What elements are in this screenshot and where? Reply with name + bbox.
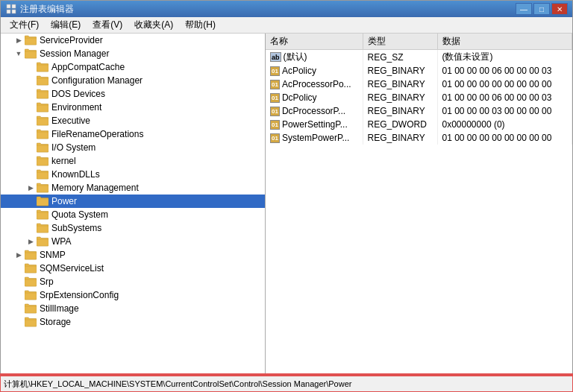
tree-item-snmp[interactable]: ▶ SNMP [1,248,265,262]
tree-item-file-rename[interactable]: FileRenameOperations [1,127,265,141]
expand-icon[interactable]: ▶ [13,249,25,261]
tree-item-srp[interactable]: Srp [1,275,265,288]
svg-rect-2 [7,10,10,13]
folder-icon [37,116,48,126]
table-row[interactable]: 01PowerSettingP... REG_DWORD 0x00000000 … [266,118,572,131]
registry-values-panel[interactable]: 名称 类型 数据 ab(默认) REG_SZ (数值未设置) 01AcPolic… [266,34,572,375]
table-row[interactable]: 01SystemPowerP... REG_BINARY 01 00 00 00… [266,131,572,145]
table-row[interactable]: 01AcPolicy REG_BINARY 01 00 00 00 06 00 … [266,64,572,78]
folder-icon [25,276,37,287]
tree-item-config-manager[interactable]: Configuration Manager [1,74,265,87]
col-data[interactable]: 数据 [437,34,572,50]
folder-icon [25,263,37,274]
tree-item-power[interactable]: Power [1,195,265,208]
folder-icon [37,129,48,139]
reg-data: 01 00 00 00 06 00 00 00 03 [437,64,572,78]
tree-item-io-system[interactable]: I/O System [1,141,265,154]
folder-icon [37,236,48,247]
col-type[interactable]: 类型 [363,34,437,50]
tree-item-session-manager[interactable]: ▼ Session Manager [1,47,265,60]
reg-binary-icon: 01 [270,107,280,116]
tree-panel[interactable]: ▶ ServiceProvider▼ Session Manager AppCo… [1,34,266,375]
reg-name: 01DcPolicy [266,91,363,104]
table-row[interactable]: ab(默认) REG_SZ (数值未设置) [266,50,572,65]
tree-label: AppCompatCache [51,62,125,72]
window-title: 注册表编辑器 [20,3,516,16]
expand-icon[interactable]: ▶ [13,34,25,46]
registry-table: 名称 类型 数据 ab(默认) REG_SZ (数值未设置) 01AcPolic… [266,34,572,145]
folder-icon [37,223,48,233]
tree-item-sqmservicelist[interactable]: SQMServiceList [1,262,265,275]
reg-name: ab(默认) [266,50,363,65]
reg-binary-icon: 01 [270,80,280,89]
no-expand [25,88,37,100]
menu-favorites[interactable]: 收藏夹(A) [128,17,179,33]
tree-item-dos-devices[interactable]: DOS Devices [1,87,265,101]
menu-file[interactable]: 文件(F) [4,17,45,33]
tree-label: KnownDLLs [51,169,100,180]
folder-icon [25,48,37,59]
expand-icon[interactable]: ▶ [25,235,37,247]
maximize-button[interactable]: □ [533,3,550,15]
tree-label: Configuration Manager [51,75,143,86]
table-row[interactable]: 01AcProcessorPo... REG_BINARY 01 00 00 0… [266,78,572,91]
minimize-button[interactable]: — [516,3,532,15]
folder-icon [37,62,48,72]
no-expand [25,128,37,140]
tree-label: Session Manager [40,48,109,59]
reg-type: REG_BINARY [363,78,437,91]
reg-data: 01 00 00 00 00 00 00 00 00 [437,78,572,91]
reg-name: 01PowerSettingP... [266,118,363,131]
reg-data: 01 00 00 00 06 00 00 00 03 [437,91,572,104]
tree-item-serviceprovider[interactable]: ▶ ServiceProvider [1,34,265,47]
tree-label: I/O System [51,142,96,153]
tree-item-stillimage[interactable]: StillImage [1,302,265,315]
col-name[interactable]: 名称 [266,34,363,50]
folder-icon [37,196,48,206]
tree-label: Storage [40,317,71,327]
tree-item-kernel[interactable]: kernel [1,154,265,168]
expand-icon[interactable]: ▶ [25,182,37,194]
reg-binary-icon: 01 [270,120,280,130]
no-expand [13,303,25,314]
tree-label: DOS Devices [51,89,105,99]
tree-item-wpa[interactable]: ▶ WPA [1,235,265,248]
window-controls: — □ ✕ [516,3,568,15]
no-expand [25,142,37,154]
reg-data: 01 00 00 00 00 00 00 00 00 [437,131,572,145]
table-row[interactable]: 01DcProcessorP... REG_BINARY 01 00 00 00… [266,104,572,118]
table-row[interactable]: 01DcPolicy REG_BINARY 01 00 00 00 06 00 … [266,91,572,104]
folder-icon [37,89,48,99]
registry-path: 计算机\HKEY_LOCAL_MACHINE\SYSTEM\CurrentCon… [4,379,351,390]
title-bar: 注册表编辑器 — □ ✕ [1,1,572,17]
menu-edit[interactable]: 编辑(E) [45,17,87,33]
status-bar: 计算机\HKEY_LOCAL_MACHINE\SYSTEM\CurrentCon… [1,375,572,391]
tree-item-srpextensionconfig[interactable]: SrpExtensionConfig [1,288,265,302]
close-button[interactable]: ✕ [551,3,568,15]
reg-type: REG_BINARY [363,64,437,78]
tree-item-executive[interactable]: Executive [1,114,265,127]
collapse-icon[interactable]: ▼ [13,48,25,60]
no-expand [13,316,25,328]
tree-item-memory-mgmt[interactable]: ▶ Memory Management [1,181,265,195]
menu-help[interactable]: 帮助(H) [179,17,222,33]
tree-item-environment[interactable]: Environment [1,101,265,114]
tree-item-subsystems[interactable]: SubSystems [1,221,265,235]
tree-item-known-dlls[interactable]: KnownDLLs [1,168,265,181]
menu-bar: 文件(F) 编辑(E) 查看(V) 收藏夹(A) 帮助(H) [1,17,572,34]
no-expand [25,61,37,73]
tree-label: FileRenameOperations [51,129,143,139]
reg-name: 01SystemPowerP... [266,131,363,145]
folder-icon [37,102,48,113]
tree-item-appcompatcache[interactable]: AppCompatCache [1,60,265,74]
svg-rect-0 [7,4,10,8]
no-expand [13,262,25,274]
reg-name: 01AcPolicy [266,64,363,78]
folder-icon [37,169,48,180]
reg-type: REG_BINARY [363,91,437,104]
reg-name: 01AcProcessorPo... [266,78,363,91]
menu-view[interactable]: 查看(V) [87,17,128,33]
tree-item-storage[interactable]: Storage [1,315,265,329]
tree-item-quota-system[interactable]: Quota System [1,208,265,221]
no-expand [25,168,37,180]
